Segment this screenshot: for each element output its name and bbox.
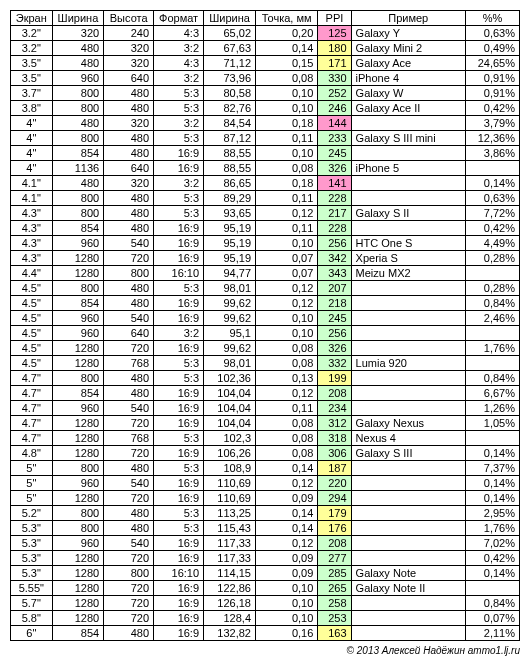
height-px: 320 xyxy=(104,176,154,191)
table-row: 4.7"96054016:9104,040,112341,26% xyxy=(11,401,520,416)
screen-size: 5.8" xyxy=(11,611,53,626)
dot-mm: 0,12 xyxy=(256,281,318,296)
percent: 12,36% xyxy=(465,131,519,146)
example: Meizu MX2 xyxy=(351,266,465,281)
ppi: 176 xyxy=(318,521,351,536)
example xyxy=(351,476,465,491)
aspect-ratio: 16:10 xyxy=(154,266,204,281)
height-px: 480 xyxy=(104,191,154,206)
percent xyxy=(465,266,519,281)
height-px: 540 xyxy=(104,476,154,491)
width-mm: 102,3 xyxy=(204,431,256,446)
ppi: 277 xyxy=(318,551,351,566)
percent xyxy=(465,161,519,176)
screen-size: 4.5" xyxy=(11,296,53,311)
example xyxy=(351,626,465,641)
aspect-ratio: 16:9 xyxy=(154,401,204,416)
width-mm: 106,26 xyxy=(204,446,256,461)
percent: 0,63% xyxy=(465,191,519,206)
screen-size: 4.5" xyxy=(11,356,53,371)
width-mm: 115,43 xyxy=(204,521,256,536)
dot-mm: 0,13 xyxy=(256,371,318,386)
example: Galaxy Note II xyxy=(351,581,465,596)
example xyxy=(351,281,465,296)
example: Lumia 920 xyxy=(351,356,465,371)
height-px: 320 xyxy=(104,116,154,131)
dot-mm: 0,09 xyxy=(256,491,318,506)
dot-mm: 0,14 xyxy=(256,506,318,521)
dot-mm: 0,16 xyxy=(256,626,318,641)
example xyxy=(351,116,465,131)
example xyxy=(351,176,465,191)
table-row: 4.3"8004805:393,650,12217Galaxy S II7,72… xyxy=(11,206,520,221)
example xyxy=(351,191,465,206)
height-px: 720 xyxy=(104,596,154,611)
example xyxy=(351,491,465,506)
height-px: 768 xyxy=(104,356,154,371)
ppi: 233 xyxy=(318,131,351,146)
height-px: 480 xyxy=(104,281,154,296)
example xyxy=(351,551,465,566)
table-row: 4.7"8004805:3102,360,131990,84% xyxy=(11,371,520,386)
aspect-ratio: 16:9 xyxy=(154,581,204,596)
dot-mm: 0,11 xyxy=(256,191,318,206)
percent: 7,37% xyxy=(465,461,519,476)
percent: 7,02% xyxy=(465,536,519,551)
width-mm: 95,19 xyxy=(204,221,256,236)
dot-mm: 0,10 xyxy=(256,236,318,251)
width-mm: 104,04 xyxy=(204,416,256,431)
percent: 0,28% xyxy=(465,281,519,296)
width-mm: 98,01 xyxy=(204,281,256,296)
width-px: 1280 xyxy=(52,266,104,281)
dot-mm: 0,08 xyxy=(256,71,318,86)
height-px: 720 xyxy=(104,611,154,626)
table-row: 4"4803203:284,540,181443,79% xyxy=(11,116,520,131)
screen-size: 4.5" xyxy=(11,281,53,296)
screen-size: 4.7" xyxy=(11,416,53,431)
ppi: 187 xyxy=(318,461,351,476)
table-row: 5.2"8004805:3113,250,141792,95% xyxy=(11,506,520,521)
percent: 1,76% xyxy=(465,521,519,536)
screen-size: 4" xyxy=(11,161,53,176)
percent: 0,14% xyxy=(465,476,519,491)
height-px: 480 xyxy=(104,506,154,521)
screen-size: 4.8" xyxy=(11,446,53,461)
height-px: 480 xyxy=(104,221,154,236)
width-px: 1280 xyxy=(52,416,104,431)
ppi: 199 xyxy=(318,371,351,386)
aspect-ratio: 16:9 xyxy=(154,536,204,551)
width-mm: 87,12 xyxy=(204,131,256,146)
width-px: 800 xyxy=(52,191,104,206)
width-px: 800 xyxy=(52,281,104,296)
ppi: 218 xyxy=(318,296,351,311)
height-px: 480 xyxy=(104,626,154,641)
dot-mm: 0,14 xyxy=(256,521,318,536)
percent: 2,46% xyxy=(465,311,519,326)
screen-table: ЭкранШиринаВысотаФорматШиринаТочка, ммPP… xyxy=(10,10,520,641)
percent: 1,26% xyxy=(465,401,519,416)
screen-size: 5.3" xyxy=(11,521,53,536)
aspect-ratio: 16:9 xyxy=(154,251,204,266)
aspect-ratio: 16:10 xyxy=(154,566,204,581)
ppi: 285 xyxy=(318,566,351,581)
table-row: 4"113664016:988,550,08326iPhone 5 xyxy=(11,161,520,176)
width-px: 1280 xyxy=(52,356,104,371)
dot-mm: 0,18 xyxy=(256,116,318,131)
example: Galaxy S III mini xyxy=(351,131,465,146)
aspect-ratio: 5:3 xyxy=(154,356,204,371)
ppi: 245 xyxy=(318,311,351,326)
screen-size: 3.7" xyxy=(11,86,53,101)
percent: 2,11% xyxy=(465,626,519,641)
dot-mm: 0,11 xyxy=(256,131,318,146)
screen-size: 4.5" xyxy=(11,341,53,356)
screen-size: 4.5" xyxy=(11,326,53,341)
dot-mm: 0,10 xyxy=(256,611,318,626)
column-header: %% xyxy=(465,11,519,26)
ppi: 326 xyxy=(318,161,351,176)
width-px: 320 xyxy=(52,26,104,41)
screen-size: 4.3" xyxy=(11,236,53,251)
table-body: 3.2"3202404:365,020,20125Galaxy Y0,63%3.… xyxy=(11,26,520,641)
ppi: 326 xyxy=(318,341,351,356)
example: HTC One S xyxy=(351,236,465,251)
screen-size: 5.7" xyxy=(11,596,53,611)
